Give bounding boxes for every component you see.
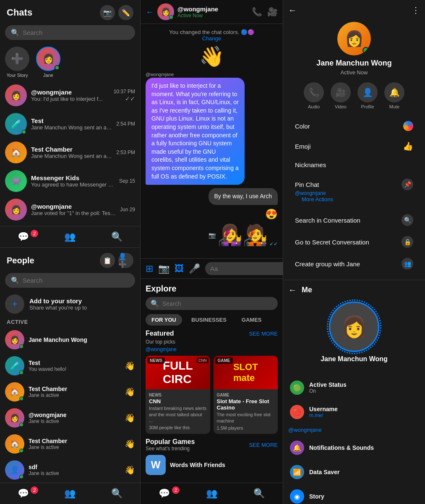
username-setting[interactable]: 🔴 Username m.me/ (288, 401, 420, 423)
wave-button-testchamber[interactable]: 👋 (125, 387, 135, 397)
camera-button[interactable]: 📷 (100, 5, 115, 20)
people-item-testchamber[interactable]: 🏠 Test Chamber Jane is active 👋 (0, 379, 140, 405)
audio-call-button[interactable]: 📞 Audio (304, 82, 324, 109)
pin-icon: 📌 (402, 178, 413, 190)
people-info-wongmjane: @wongmjane Jane is active (29, 412, 120, 424)
sticker-row: 📷 👩‍🎤🧑‍🎤 ✓✓ (209, 223, 278, 247)
chat-item-wongmjane-2[interactable]: 👩 @wongmjane Jane voted for "1" in the p… (0, 195, 140, 224)
nav-chats[interactable]: 💬 2 (0, 230, 47, 244)
people-chats-icon: 💬 (18, 488, 29, 499)
chat-item-wongmjane-1[interactable]: 👩 @wongmjane You: I'd just like to inter… (0, 81, 140, 110)
words-with-friends-row[interactable]: W Words With Friends (146, 452, 278, 478)
emoji-setting[interactable]: Emoji 👍 (288, 136, 420, 156)
people-header: People 📋 👤➕ (0, 248, 140, 271)
system-message: You changed the chat colors. 🔵🟣 Change (146, 29, 278, 42)
right-header: ← ⋮ (288, 5, 420, 15)
people-search-icon: 🔍 (11, 276, 19, 284)
middle-nav-discover[interactable]: 🔍 (235, 486, 283, 501)
nicknames-label: Nicknames (295, 161, 413, 168)
explore-card-cnn[interactable]: NEWS FULLCIRC CNN NEWS CNN Instant break… (146, 356, 210, 434)
more-actions-link[interactable]: More Actions (295, 196, 340, 204)
chat-item-test[interactable]: 🧪 Test Jane Manchun Wong sent an actio..… (0, 110, 140, 138)
photo-icon[interactable]: 🖼 (175, 263, 184, 274)
me-profile: 👩 Jane Manchun Wong (288, 302, 420, 370)
notifications-setting[interactable]: 🔔 Notifications & Sounds (288, 436, 420, 459)
explore-search-input[interactable] (162, 300, 273, 307)
me-settings-list: 🟢 Active Status On 🔴 Username m.me/ @won… (288, 376, 420, 504)
phone-button[interactable]: 📞 (252, 7, 262, 17)
nav-discover[interactable]: 🔍 (94, 230, 140, 244)
wave-button-sdf[interactable]: 👋 (125, 465, 135, 475)
people-item-test[interactable]: 🧪 Test You waved hello! 👋 (0, 353, 140, 379)
featured-see-more[interactable]: SEE MORE (249, 331, 278, 337)
jane-story-item[interactable]: 👩 Jane (36, 47, 60, 78)
people-item-sdf[interactable]: 👤 sdf Jane is active 👋 (0, 457, 140, 483)
message-input[interactable] (210, 265, 290, 272)
mic-icon[interactable]: 🎤 (189, 263, 200, 274)
add-person-button[interactable]: 👤➕ (118, 253, 133, 268)
edit-button[interactable]: ✏️ (118, 5, 133, 20)
slot-card-image: GAME SLOTmate (214, 356, 278, 389)
people-search-bar[interactable]: 🔍 (5, 273, 135, 288)
check-delivered: ✓✓ (269, 241, 278, 247)
pin-chat-sub: @wongmjane More Actions (295, 190, 340, 204)
change-link[interactable]: Change (202, 35, 222, 42)
people-name-testchamber-2: Test Chamber (29, 438, 120, 444)
chat-header-info: @wongmjane Active Now (177, 5, 248, 18)
explore-title: Explore (146, 284, 176, 294)
tab-for-you[interactable]: FOR YOU (146, 314, 182, 326)
wave-button-test[interactable]: 👋 (125, 361, 135, 371)
popular-see-more[interactable]: SEE MORE (249, 442, 278, 448)
chat-item-messenger-kids[interactable]: 👾 Messenger Kids You agreed to have Mess… (0, 167, 140, 195)
people-nav-people[interactable]: 👥 (47, 486, 93, 501)
middle-nav-chats[interactable]: 💬 2 (141, 486, 188, 501)
chats-search-bar[interactable]: 🔍 (5, 25, 135, 40)
me-back-button[interactable]: ← (288, 285, 297, 295)
explore-card-slot[interactable]: GAME SLOTmate GAME Slot Mate - Free Slot… (214, 356, 278, 434)
create-group-setting[interactable]: Create group with Jane 👥 (288, 253, 420, 275)
your-story-item[interactable]: ➕ Your Story (5, 47, 29, 78)
tab-games[interactable]: GAMES (236, 314, 268, 326)
people-item-jane[interactable]: 👩 Jane Manchun Wong (0, 327, 140, 353)
video-button[interactable]: 🎥 (267, 7, 278, 17)
people-item-testchamber-2[interactable]: 🏠 Test Chamber Jane is active 👋 (0, 431, 140, 457)
nav-people[interactable]: 👥 (47, 230, 93, 244)
pin-chat-setting[interactable]: Pin Chat 📌 @wongmjane More Actions (288, 173, 420, 209)
camera-chat-icon[interactable]: 📷 (158, 263, 169, 274)
chat-avatar-wrap-test: 🧪 (5, 113, 27, 135)
grid-icon[interactable]: ⊞ (146, 263, 153, 274)
wave-button-wongmjane[interactable]: 👋 (125, 413, 135, 423)
story-setting[interactable]: ◉ Story (288, 485, 420, 504)
chat-name: @wongmjane (31, 89, 110, 96)
nicknames-setting[interactable]: Nicknames (288, 156, 420, 173)
username-label: Username m.me/ (309, 406, 418, 418)
people-nav-chats[interactable]: 💬 2 (0, 486, 47, 501)
add-story-button[interactable]: ➕ (5, 47, 29, 71)
people-search-input[interactable] (23, 277, 129, 284)
color-setting[interactable]: Color (288, 116, 420, 136)
active-status-setting[interactable]: 🟢 Active Status On (288, 376, 420, 399)
people-avatar-wrap-jane: 👩 (5, 330, 24, 349)
video-call-button[interactable]: 🎥 Video (331, 82, 351, 109)
right-more-button[interactable]: ⋮ (412, 5, 420, 15)
people-nav-discover[interactable]: 🔍 (94, 486, 140, 501)
mute-button[interactable]: 🔔 Mute (384, 82, 404, 109)
middle-nav-people[interactable]: 👥 (188, 486, 235, 501)
chat-item-testchamber[interactable]: 🏠 Test Chamber Jane Manchun Wong sent an… (0, 138, 140, 167)
people-name-wongmjane: @wongmjane (29, 412, 120, 418)
explore-search-bar[interactable]: 🔍 (146, 297, 278, 310)
slot-badge: GAME (215, 357, 233, 364)
chat-back-button[interactable]: ← (146, 7, 154, 17)
add-story-row[interactable]: + Add to your story Share what you're up… (0, 291, 140, 317)
right-back-button[interactable]: ← (288, 5, 297, 15)
data-saver-setting[interactable]: 📶 Data Saver (288, 461, 420, 483)
people-item-wongmjane[interactable]: 👩 @wongmjane Jane is active 👋 (0, 405, 140, 431)
search-conversation-setting[interactable]: Search in Conversation 🔍 (288, 209, 420, 231)
contacts-button[interactable]: 📋 (100, 253, 115, 268)
jane-online-indicator (55, 65, 60, 70)
tab-businesses[interactable]: BUSINESSES (185, 314, 232, 326)
secret-conversation-setting[interactable]: Go to Secret Conversation 🔒 (288, 231, 420, 253)
chats-search-input[interactable] (23, 29, 129, 36)
profile-button[interactable]: 👤 Profile (357, 82, 378, 109)
wave-button-testchamber-2[interactable]: 👋 (125, 439, 135, 449)
